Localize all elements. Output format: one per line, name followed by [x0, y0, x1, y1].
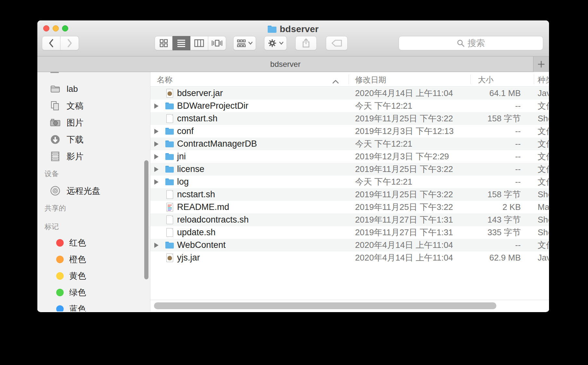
sidebar-item-远程光盘[interactable]: 远程光盘	[37, 182, 150, 199]
disclosure-triangle-icon[interactable]	[154, 226, 161, 239]
plus-icon	[537, 60, 545, 68]
list-view-button[interactable]	[173, 36, 190, 50]
column-header-date[interactable]: 修改日期	[355, 75, 386, 85]
forward-button[interactable]	[60, 36, 79, 50]
column-divider[interactable]	[470, 75, 471, 84]
table-row-conf[interactable]: conf 2019年12月3日 下午12:13 -- 文件夹	[150, 125, 549, 138]
file-size: 143 字节	[459, 213, 521, 226]
table-row-reloadcontracts.sh[interactable]: reloadcontracts.sh 2019年11月27日 下午1:31 14…	[150, 213, 549, 226]
sidebar-scrollbar[interactable]	[144, 160, 148, 279]
scrolled-item-sliver	[50, 72, 59, 73]
file-kind: Mark	[538, 201, 549, 213]
table-row-README.md[interactable]: README.md 2019年11月25日 下午3:22 2 KB Mark	[150, 201, 549, 213]
disclosure-triangle-icon[interactable]	[154, 201, 161, 213]
file-icon	[166, 228, 173, 237]
table-row-license[interactable]: license 2019年11月25日 下午3:22 -- 文件夹	[150, 163, 549, 176]
disclosure-triangle-icon[interactable]	[154, 163, 161, 176]
folder-icon	[268, 26, 276, 33]
table-row-ContractManagerDB[interactable]: ContractManagerDB 今天 下午12:21 -- 文件夹	[150, 138, 549, 150]
file-size: --	[459, 163, 521, 176]
file-date: 2019年11月25日 下午3:22	[355, 112, 453, 125]
disclosure-triangle-icon[interactable]	[154, 87, 161, 100]
folder-icon	[165, 128, 174, 135]
column-header-size[interactable]: 大小	[478, 75, 493, 85]
table-row-bdserver.jar[interactable]: bdserver.jar 2020年4月14日 上午11:04 64.1 MB …	[150, 87, 549, 100]
file-name: ncstart.sh	[177, 188, 215, 201]
window-title: bdserver	[280, 24, 319, 34]
file-size: --	[459, 125, 521, 138]
tag-color-dot	[56, 256, 64, 263]
column-view-button[interactable]	[190, 36, 208, 50]
disclosure-triangle-icon[interactable]	[154, 112, 161, 125]
file-size: --	[459, 239, 521, 251]
file-kind: 文件夹	[538, 176, 549, 188]
gear-icon	[268, 39, 277, 48]
disclosure-triangle-icon[interactable]	[154, 239, 161, 251]
table-row-log[interactable]: log 今天 下午12:21 -- 文件夹	[150, 176, 549, 188]
file-size: 158 字节	[459, 112, 521, 125]
sidebar-item-label: lab	[67, 84, 78, 94]
disclosure-triangle-icon[interactable]	[154, 138, 161, 150]
sidebar-item-下载[interactable]: 下载	[37, 131, 150, 148]
column-divider[interactable]	[534, 75, 534, 84]
disclosure-triangle-icon[interactable]	[154, 188, 161, 201]
file-name: cmstart.sh	[177, 112, 218, 125]
column-header-name[interactable]: 名称	[157, 75, 173, 85]
tag-button[interactable]	[326, 36, 348, 50]
tab-bdserver[interactable]: bdserver	[37, 56, 533, 72]
tag-label: 绿色	[69, 287, 86, 298]
disc-icon	[50, 185, 61, 196]
search-field[interactable]: 搜索	[399, 36, 543, 50]
file-size: 158 字节	[459, 188, 521, 201]
file-size: 335 字节	[459, 226, 521, 239]
sidebar-tag-红色[interactable]: 红色	[37, 235, 150, 251]
action-menu-button[interactable]	[264, 36, 287, 50]
file-icon	[166, 215, 173, 224]
column-divider[interactable]	[349, 75, 349, 84]
column-header-kind[interactable]: 种类	[538, 75, 549, 85]
disclosure-triangle-icon[interactable]	[154, 150, 161, 163]
file-type-icon	[165, 163, 174, 176]
sidebar-item-label: 远程光盘	[67, 185, 100, 197]
disclosure-triangle-icon[interactable]	[154, 213, 161, 226]
table-row-ncstart.sh[interactable]: ncstart.sh 2019年11月25日 下午3:22 158 字节 She…	[150, 188, 549, 201]
title-bar[interactable]: bdserver	[37, 20, 549, 56]
table-row-cmstart.sh[interactable]: cmstart.sh 2019年11月25日 下午3:22 158 字节 She…	[150, 112, 549, 125]
sidebar-tag-黄色[interactable]: 黄色	[37, 268, 150, 284]
disclosure-triangle-icon[interactable]	[154, 125, 161, 138]
sidebar-item-影片[interactable]: 影片	[37, 148, 150, 165]
file-size: 64.1 MB	[459, 87, 521, 100]
file-icon	[166, 114, 173, 123]
sidebar-item-lab[interactable]: lab	[37, 80, 150, 97]
sidebar: lab 文稿 图片 下载 影片 设备 远程光盘 共享的 标记 红色 橙色 黄色 …	[37, 72, 150, 311]
disclosure-triangle-icon[interactable]	[154, 176, 161, 188]
sidebar-item-图片[interactable]: 图片	[37, 114, 150, 131]
sidebar-item-文稿[interactable]: 文稿	[37, 97, 150, 114]
file-size: 2 KB	[459, 201, 521, 213]
table-row-update.sh[interactable]: update.sh 2019年11月27日 下午1:31 335 字节 Shel…	[150, 226, 549, 239]
file-date: 2020年4月14日 上午11:04	[355, 251, 453, 264]
share-button[interactable]	[295, 36, 317, 50]
tab-bar: bdserver	[37, 56, 549, 72]
group-by-button[interactable]	[233, 36, 256, 50]
back-button[interactable]	[42, 36, 60, 50]
sidebar-tag-绿色[interactable]: 绿色	[37, 284, 150, 301]
new-tab-button[interactable]	[533, 56, 549, 72]
file-size: --	[459, 138, 521, 150]
disclosure-triangle-icon[interactable]	[154, 251, 161, 264]
file-date: 2019年11月25日 下午3:22	[355, 188, 453, 201]
folder-outline-icon	[50, 83, 61, 94]
disclosure-triangle-icon[interactable]	[154, 100, 161, 112]
gallery-view-button[interactable]	[208, 36, 226, 50]
sidebar-tag-蓝色[interactable]: 蓝色	[37, 301, 150, 311]
table-row-BDWareProjectDir[interactable]: BDWareProjectDir 今天 下午12:21 -- 文件夹	[150, 100, 549, 112]
file-name: jni	[177, 150, 186, 163]
icon-view-button[interactable]	[155, 36, 173, 50]
table-row-WebContent[interactable]: WebContent 2020年4月14日 上午11:04 -- 文件夹	[150, 239, 549, 251]
table-row-yjs.jar[interactable]: yjs.jar 2020年4月14日 上午11:04 62.9 MB Java	[150, 251, 549, 264]
table-row-jni[interactable]: jni 2019年12月3日 下午2:29 -- 文件夹	[150, 150, 549, 163]
horizontal-scrollbar[interactable]	[154, 302, 496, 309]
sidebar-tag-橙色[interactable]: 橙色	[37, 251, 150, 268]
tag-label: 红色	[69, 237, 86, 249]
camera-icon	[50, 117, 61, 128]
